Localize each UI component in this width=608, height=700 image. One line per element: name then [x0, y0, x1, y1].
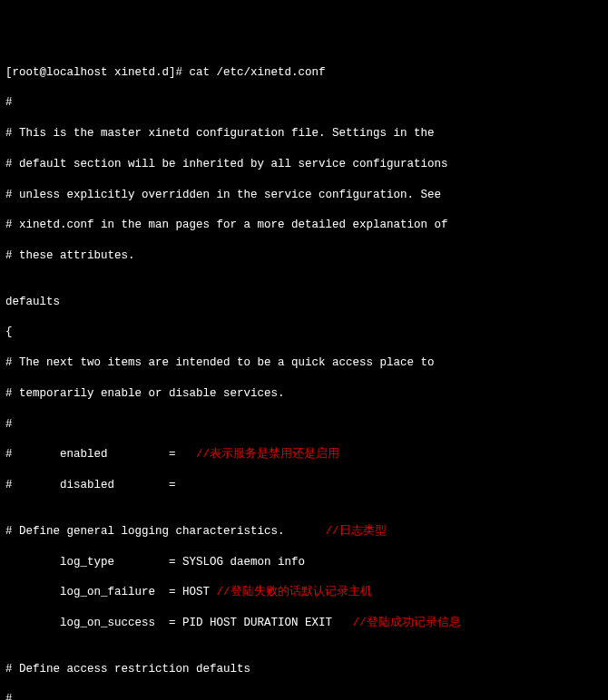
cfg-line: # temporarily enable or disable services…	[5, 386, 603, 402]
enabled-line: # enabled = //表示服务是禁用还是启用	[5, 447, 603, 462]
cfg-line: # default section will be inherited by a…	[5, 157, 603, 172]
cfg-line: # these attributes.	[5, 248, 603, 264]
cfg-text: log_on_failure = HOST	[5, 586, 217, 598]
annotation: //登陆失败的话默认记录主机	[217, 586, 372, 598]
shell-prompt-line: [root@localhost xinetd.d]# cat /etc/xine…	[5, 65, 603, 81]
open-brace: {	[5, 325, 603, 340]
cfg-text: log_on_success = PID HOST DURATION EXIT	[5, 617, 339, 629]
defaults-keyword: defaults	[5, 295, 603, 310]
logging-header: # Define general logging characteristics…	[5, 524, 603, 540]
cfg-line: # The next two items are intended to be …	[5, 355, 603, 371]
log-type-line: log_type = SYSLOG daemon info	[5, 555, 603, 570]
cfg-line: # This is the master xinetd configuratio…	[5, 126, 603, 141]
cfg-line: # xinetd.conf in the man pages for a mor…	[5, 218, 603, 233]
log-on-failure-line: log_on_failure = HOST //登陆失败的话默认记录主机	[5, 585, 603, 600]
annotation: //日志类型	[285, 525, 387, 538]
cfg-line: #	[5, 692, 603, 700]
disabled-line: # disabled =	[5, 478, 603, 493]
cfg-text: # Define general logging characteristics…	[5, 525, 285, 538]
cfg-line: #	[5, 417, 603, 433]
cfg-line: # unless explicitly overridden in the se…	[5, 188, 603, 203]
access-header: # Define access restriction defaults	[5, 662, 603, 677]
cfg-line: #	[5, 95, 603, 111]
cfg-text: # enabled =	[5, 448, 176, 461]
annotation: //表示服务是禁用还是启用	[176, 448, 340, 461]
log-on-success-line: log_on_success = PID HOST DURATION EXIT …	[5, 616, 603, 631]
annotation: //登陆成功记录信息	[339, 617, 461, 629]
